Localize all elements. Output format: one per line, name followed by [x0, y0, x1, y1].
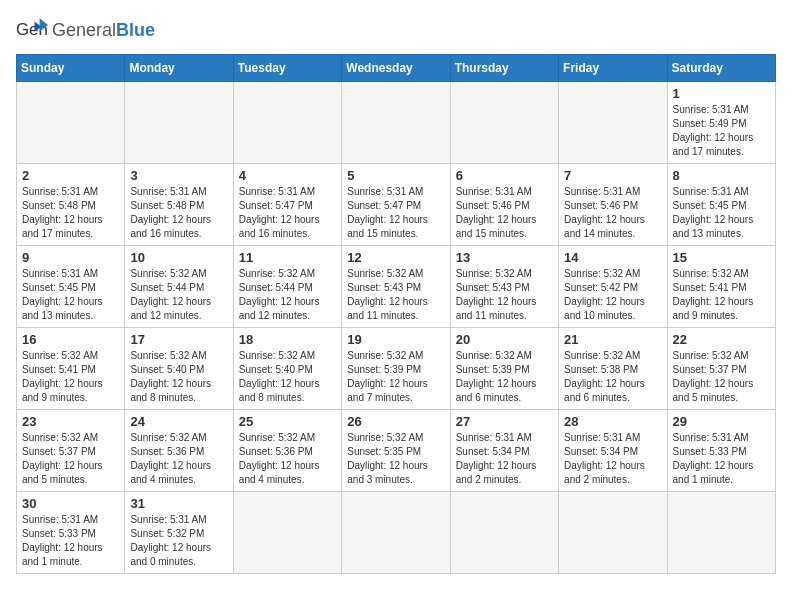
weekday-header-monday: Monday [125, 55, 233, 82]
day-number: 21 [564, 332, 661, 347]
calendar-cell: 4Sunrise: 5:31 AMSunset: 5:47 PMDaylight… [233, 164, 341, 246]
calendar-cell: 27Sunrise: 5:31 AMSunset: 5:34 PMDayligh… [450, 410, 558, 492]
calendar-cell: 8Sunrise: 5:31 AMSunset: 5:45 PMDaylight… [667, 164, 775, 246]
day-info: Sunrise: 5:31 AMSunset: 5:48 PMDaylight:… [130, 185, 227, 241]
calendar-week-row: 23Sunrise: 5:32 AMSunset: 5:37 PMDayligh… [17, 410, 776, 492]
calendar-cell: 28Sunrise: 5:31 AMSunset: 5:34 PMDayligh… [559, 410, 667, 492]
day-number: 6 [456, 168, 553, 183]
day-number: 13 [456, 250, 553, 265]
weekday-header-thursday: Thursday [450, 55, 558, 82]
calendar-cell [559, 492, 667, 574]
calendar-cell: 13Sunrise: 5:32 AMSunset: 5:43 PMDayligh… [450, 246, 558, 328]
calendar-cell: 17Sunrise: 5:32 AMSunset: 5:40 PMDayligh… [125, 328, 233, 410]
day-info: Sunrise: 5:32 AMSunset: 5:39 PMDaylight:… [347, 349, 444, 405]
day-number: 8 [673, 168, 770, 183]
day-info: Sunrise: 5:32 AMSunset: 5:38 PMDaylight:… [564, 349, 661, 405]
day-number: 27 [456, 414, 553, 429]
day-info: Sunrise: 5:31 AMSunset: 5:32 PMDaylight:… [130, 513, 227, 569]
day-info: Sunrise: 5:31 AMSunset: 5:34 PMDaylight:… [456, 431, 553, 487]
day-info: Sunrise: 5:32 AMSunset: 5:41 PMDaylight:… [22, 349, 119, 405]
calendar-week-row: 1Sunrise: 5:31 AMSunset: 5:49 PMDaylight… [17, 82, 776, 164]
page: General GeneralBlue SundayMondayTuesdayW… [0, 0, 792, 612]
calendar: SundayMondayTuesdayWednesdayThursdayFrid… [16, 54, 776, 574]
day-info: Sunrise: 5:31 AMSunset: 5:45 PMDaylight:… [673, 185, 770, 241]
day-info: Sunrise: 5:32 AMSunset: 5:42 PMDaylight:… [564, 267, 661, 323]
calendar-cell: 20Sunrise: 5:32 AMSunset: 5:39 PMDayligh… [450, 328, 558, 410]
calendar-cell: 14Sunrise: 5:32 AMSunset: 5:42 PMDayligh… [559, 246, 667, 328]
calendar-cell: 19Sunrise: 5:32 AMSunset: 5:39 PMDayligh… [342, 328, 450, 410]
calendar-cell [125, 82, 233, 164]
calendar-cell: 12Sunrise: 5:32 AMSunset: 5:43 PMDayligh… [342, 246, 450, 328]
calendar-cell: 9Sunrise: 5:31 AMSunset: 5:45 PMDaylight… [17, 246, 125, 328]
weekday-header-row: SundayMondayTuesdayWednesdayThursdayFrid… [17, 55, 776, 82]
logo-blue: Blue [116, 20, 155, 40]
day-number: 24 [130, 414, 227, 429]
calendar-cell: 22Sunrise: 5:32 AMSunset: 5:37 PMDayligh… [667, 328, 775, 410]
calendar-cell: 29Sunrise: 5:31 AMSunset: 5:33 PMDayligh… [667, 410, 775, 492]
day-number: 17 [130, 332, 227, 347]
day-info: Sunrise: 5:31 AMSunset: 5:47 PMDaylight:… [347, 185, 444, 241]
header: General GeneralBlue [16, 16, 776, 44]
calendar-cell: 10Sunrise: 5:32 AMSunset: 5:44 PMDayligh… [125, 246, 233, 328]
calendar-cell: 7Sunrise: 5:31 AMSunset: 5:46 PMDaylight… [559, 164, 667, 246]
calendar-cell: 31Sunrise: 5:31 AMSunset: 5:32 PMDayligh… [125, 492, 233, 574]
calendar-cell [342, 82, 450, 164]
calendar-week-row: 16Sunrise: 5:32 AMSunset: 5:41 PMDayligh… [17, 328, 776, 410]
day-info: Sunrise: 5:32 AMSunset: 5:44 PMDaylight:… [130, 267, 227, 323]
day-number: 30 [22, 496, 119, 511]
logo: General GeneralBlue [16, 16, 155, 44]
day-number: 26 [347, 414, 444, 429]
calendar-cell: 30Sunrise: 5:31 AMSunset: 5:33 PMDayligh… [17, 492, 125, 574]
day-number: 29 [673, 414, 770, 429]
day-info: Sunrise: 5:32 AMSunset: 5:36 PMDaylight:… [239, 431, 336, 487]
weekday-header-tuesday: Tuesday [233, 55, 341, 82]
day-number: 1 [673, 86, 770, 101]
day-number: 20 [456, 332, 553, 347]
weekday-header-friday: Friday [559, 55, 667, 82]
day-number: 18 [239, 332, 336, 347]
calendar-cell: 21Sunrise: 5:32 AMSunset: 5:38 PMDayligh… [559, 328, 667, 410]
weekday-header-sunday: Sunday [17, 55, 125, 82]
day-number: 22 [673, 332, 770, 347]
day-info: Sunrise: 5:32 AMSunset: 5:36 PMDaylight:… [130, 431, 227, 487]
calendar-cell [667, 492, 775, 574]
day-info: Sunrise: 5:31 AMSunset: 5:46 PMDaylight:… [456, 185, 553, 241]
day-number: 4 [239, 168, 336, 183]
calendar-cell: 23Sunrise: 5:32 AMSunset: 5:37 PMDayligh… [17, 410, 125, 492]
calendar-cell: 3Sunrise: 5:31 AMSunset: 5:48 PMDaylight… [125, 164, 233, 246]
day-info: Sunrise: 5:32 AMSunset: 5:41 PMDaylight:… [673, 267, 770, 323]
day-info: Sunrise: 5:32 AMSunset: 5:43 PMDaylight:… [347, 267, 444, 323]
day-info: Sunrise: 5:32 AMSunset: 5:37 PMDaylight:… [673, 349, 770, 405]
calendar-week-row: 2Sunrise: 5:31 AMSunset: 5:48 PMDaylight… [17, 164, 776, 246]
day-info: Sunrise: 5:32 AMSunset: 5:43 PMDaylight:… [456, 267, 553, 323]
calendar-cell [17, 82, 125, 164]
day-info: Sunrise: 5:31 AMSunset: 5:33 PMDaylight:… [22, 513, 119, 569]
logo-general: General [52, 20, 116, 40]
calendar-cell [342, 492, 450, 574]
day-info: Sunrise: 5:31 AMSunset: 5:48 PMDaylight:… [22, 185, 119, 241]
calendar-cell [233, 492, 341, 574]
day-info: Sunrise: 5:31 AMSunset: 5:34 PMDaylight:… [564, 431, 661, 487]
weekday-header-saturday: Saturday [667, 55, 775, 82]
day-number: 5 [347, 168, 444, 183]
day-info: Sunrise: 5:32 AMSunset: 5:40 PMDaylight:… [239, 349, 336, 405]
calendar-week-row: 9Sunrise: 5:31 AMSunset: 5:45 PMDaylight… [17, 246, 776, 328]
calendar-week-row: 30Sunrise: 5:31 AMSunset: 5:33 PMDayligh… [17, 492, 776, 574]
calendar-cell: 18Sunrise: 5:32 AMSunset: 5:40 PMDayligh… [233, 328, 341, 410]
day-info: Sunrise: 5:32 AMSunset: 5:40 PMDaylight:… [130, 349, 227, 405]
day-info: Sunrise: 5:32 AMSunset: 5:44 PMDaylight:… [239, 267, 336, 323]
day-number: 25 [239, 414, 336, 429]
day-info: Sunrise: 5:32 AMSunset: 5:39 PMDaylight:… [456, 349, 553, 405]
day-info: Sunrise: 5:31 AMSunset: 5:47 PMDaylight:… [239, 185, 336, 241]
day-info: Sunrise: 5:31 AMSunset: 5:49 PMDaylight:… [673, 103, 770, 159]
day-number: 7 [564, 168, 661, 183]
day-number: 9 [22, 250, 119, 265]
day-number: 2 [22, 168, 119, 183]
calendar-cell: 15Sunrise: 5:32 AMSunset: 5:41 PMDayligh… [667, 246, 775, 328]
day-info: Sunrise: 5:32 AMSunset: 5:37 PMDaylight:… [22, 431, 119, 487]
day-number: 3 [130, 168, 227, 183]
day-number: 12 [347, 250, 444, 265]
logo-icon: General [16, 16, 48, 44]
calendar-cell [450, 492, 558, 574]
day-number: 23 [22, 414, 119, 429]
